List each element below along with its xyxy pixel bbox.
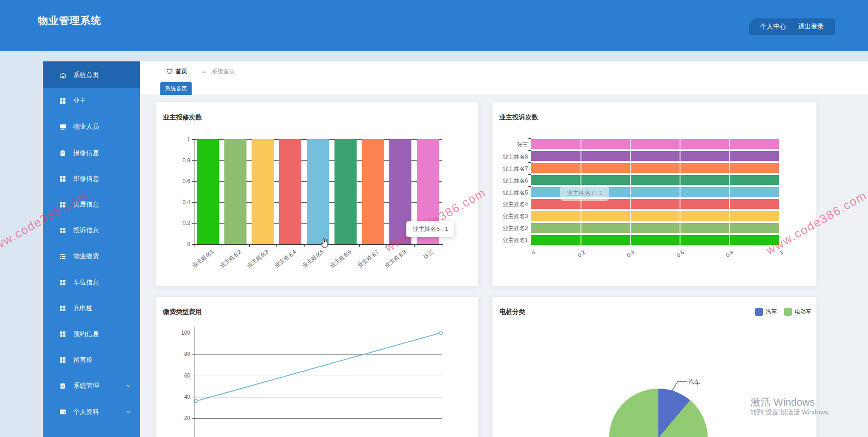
sidebar-item-11[interactable]: 留言板 [43,347,140,373]
grid-icon [59,201,67,209]
breadcrumb-strip [140,61,868,95]
chart2-bar-业主姓名1[interactable] [531,235,779,245]
chart2-ytick [528,174,531,175]
sidebar-item-5[interactable]: 房屋信息 [43,192,140,218]
breadcrumb-home[interactable]: 首页 [176,67,188,76]
chart2-category-label: 业主姓名5 [491,189,528,197]
chart2-category-label: 业主姓名1 [491,236,528,244]
chart1-ytick-label: 1 [172,136,190,142]
chart1-xtick [276,244,277,247]
sidebar-item-1[interactable]: 业主 [43,88,140,114]
chart2-gridline [630,138,631,246]
sidebar-item-4[interactable]: 维修信息 [43,166,140,192]
legend-label-car: 汽车 [766,308,777,316]
sidebar-item-3[interactable]: 报修信息 [43,140,140,166]
chart1-bar-业主姓名4[interactable] [279,139,301,244]
grid-icon [59,175,67,183]
chart2-bar-业主姓名8[interactable] [531,151,779,161]
chart1-ytick [192,202,194,203]
chart2-category-label: 业主姓名7 [491,165,528,173]
sidebar-item-label: 报修信息 [73,149,99,157]
chart2-bar-业主姓名7[interactable] [531,163,779,173]
sidebar-item-0[interactable]: 系统首页 [43,62,140,88]
chart2-category-label: 业主姓名2 [491,224,528,232]
chart1-bar-业主姓名7[interactable] [362,139,384,244]
sidebar-item-label: 系统管理 [73,382,99,390]
monitor-icon [59,123,67,131]
chart2-ytick [528,150,531,151]
chart1-xtick [304,244,305,247]
chart2-ytick [528,234,531,234]
chart2-gridline [729,138,730,246]
chart2-category-label: 业主姓名8 [491,153,528,161]
grid-icon [59,226,67,235]
sidebar-item-label: 预约信息 [73,330,99,338]
chart1-bar-业主姓名2[interactable] [224,139,246,244]
chart1-bar-业主姓名3[interactable] [252,139,274,244]
chart2-ytick [528,198,531,198]
app-header: 物业管理系统 个人中心 退出登录 [0,0,868,51]
sidebar-item-label: 业主 [73,97,86,105]
chevron-down-icon [125,383,132,389]
grid-icon [59,330,67,338]
id-card-icon [59,408,67,416]
chart1-ytick [192,160,194,161]
home-icon [59,71,67,79]
sidebar-item-label: 投诉信息 [73,226,99,235]
chart1-bar-业主姓名6[interactable] [334,139,357,244]
chart1-title: 业主报修次数 [163,113,202,122]
grid-icon [59,278,67,287]
chart2-category-label: 业主姓名6 [491,177,528,185]
chart1-bar-业主姓名5[interactable] [307,139,329,244]
grid-icon [59,304,67,313]
sidebar-item-7[interactable]: 物业缴费 [43,243,140,269]
chart2-bar-张三[interactable] [531,139,779,149]
sidebar-item-label: 维修信息 [73,175,99,183]
sidebar-item-2[interactable]: 物业人员 [43,114,140,140]
chart1-tooltip: 业主姓名5 : 1 [406,221,454,237]
sidebar-item-9[interactable]: 充电桩 [43,295,140,321]
sidebar-item-6[interactable]: 投诉信息 [43,218,140,243]
chart1-bar-业主姓名1[interactable] [197,139,219,244]
chart1-xtick [414,244,415,247]
sidebar-item-label: 个人资料 [73,408,99,416]
sidebar-item-10[interactable]: 预约信息 [43,321,140,347]
chart2-gridline [680,138,680,246]
chart3-title: 缴费类型费用 [163,308,202,316]
profile-center-button[interactable]: 个人中心 [760,23,786,31]
sidebar-item-12[interactable]: 系统管理 [43,373,140,399]
legend-item-car[interactable]: 汽车 [755,308,777,316]
chart1-xtick [222,244,222,247]
chart1-ytick-label: 0.2 [172,220,190,226]
chart3-line-series [184,323,452,437]
sidebar-item-label: 车位信息 [73,278,99,287]
legend-label-ebike: 电动车 [795,308,811,316]
chart1-xtick [387,244,387,247]
legend-item-ebike[interactable]: 电动车 [784,308,811,316]
chart2-bar-业主姓名3[interactable] [531,211,779,221]
chart1-ytick-label: 0.4 [172,199,190,206]
chevron-down-icon [125,409,132,415]
tab-system-home[interactable]: 系统首页 [160,82,192,95]
chart2-bar-业主姓名6[interactable] [531,175,779,185]
sidebar-item-13[interactable]: 个人资料 [43,399,140,425]
sidebar-item-8[interactable]: 车位信息 [43,270,140,295]
list-icon [59,252,67,260]
breadcrumb-current: 系统首页 [211,67,235,76]
sidebar-item-label: 留言板 [73,356,93,364]
chart2-ytick [528,246,531,246]
app-title: 物业管理系统 [38,14,101,28]
chart2-tooltip: 业主姓名7 : 1 [560,185,609,201]
chart2-category-label: 业主姓名4 [491,201,528,208]
breadcrumb-separator-icon [201,69,207,75]
heart-icon [166,68,173,75]
chart1-ytick-label: 0.6 [172,178,190,184]
windows-activate-line1: 激活 Windows [751,396,815,409]
chart1-xtick [359,244,360,247]
clipboard-check-icon [59,382,67,390]
chart2-bar-业主姓名2[interactable] [531,223,779,233]
chart2-category-label: 业主姓名3 [491,213,528,220]
chart2-x-axis [531,246,780,246]
logout-button[interactable]: 退出登录 [798,23,824,31]
grid-icon [59,97,67,105]
